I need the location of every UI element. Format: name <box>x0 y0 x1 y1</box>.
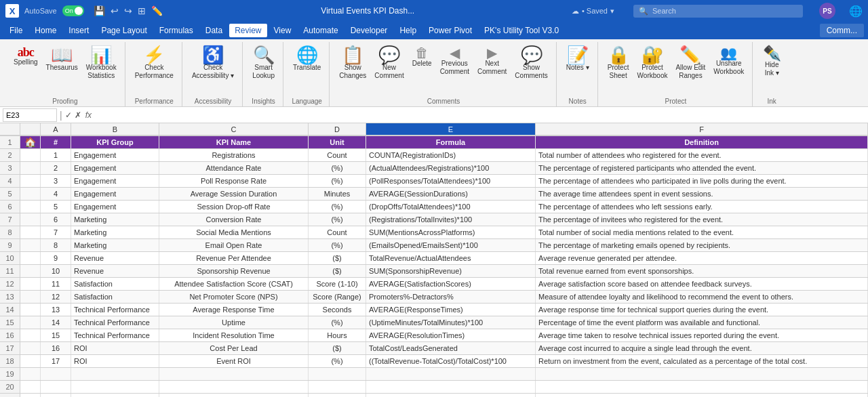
cell-15-F[interactable]: Percentage of time the event platform wa… <box>536 316 868 329</box>
cell-19-C[interactable] <box>159 394 309 397</box>
cell-1-A[interactable]: # <box>41 136 71 148</box>
check-accessibility-button[interactable]: ♿ CheckAccessibility ▾ <box>189 45 237 81</box>
cell-9-B[interactable]: Marketing <box>71 239 159 251</box>
cell-18-B[interactable]: ROI <box>71 355 159 367</box>
cell-3-B[interactable]: Engagement <box>71 162 159 174</box>
thesaurus-button[interactable]: 📖 Thesaurus <box>43 45 81 73</box>
cell-20-B[interactable] <box>71 381 159 393</box>
cell-5-C[interactable]: Average Session Duration <box>159 188 309 200</box>
cell-6-icon[interactable] <box>20 201 41 213</box>
cell-3-E[interactable]: (ActualAttendees/Registrations)*100 <box>366 162 536 174</box>
cell-18-E[interactable]: ((TotalRevenue-TotalCost)/TotalCost)*100 <box>366 355 536 367</box>
cell-2-C[interactable]: Registrations <box>159 149 309 161</box>
cell-14-F[interactable]: Average response time for technical supp… <box>536 304 868 316</box>
check-performance-button[interactable]: ⚡ CheckPerformance <box>132 45 176 81</box>
saved-dropdown-icon[interactable]: ▾ <box>610 7 614 16</box>
cell-6-D[interactable]: (%) <box>309 201 366 213</box>
comment-button[interactable]: Comm... <box>820 24 864 37</box>
cell-10-F[interactable]: Average revenue generated per attendee. <box>536 252 868 264</box>
cell-9-C[interactable]: Email Open Rate <box>159 239 309 251</box>
cell-19-D[interactable] <box>309 394 366 397</box>
protect-workbook-button[interactable]: 🔐 ProtectWorkbook <box>635 45 671 81</box>
cell-19-E[interactable] <box>366 394 536 397</box>
menu-power-pivot[interactable]: Power Pivot <box>423 24 477 37</box>
cell-9-icon[interactable] <box>20 239 41 251</box>
cell-20-icon[interactable] <box>20 381 41 393</box>
menu-formulas[interactable]: Formulas <box>154 24 199 37</box>
cell-6-B[interactable]: Engagement <box>71 201 159 213</box>
previous-comment-button[interactable]: ◀ PreviousComment <box>437 45 472 77</box>
cell-8-C[interactable]: Social Media Mentions <box>159 226 309 238</box>
cell-4-C[interactable]: Poll Response Rate <box>159 175 309 187</box>
cell-9-A[interactable]: 8 <box>41 239 71 251</box>
cell-10-B[interactable]: Revenue <box>71 252 159 264</box>
cell-3-icon[interactable] <box>20 162 41 174</box>
cell-19-A[interactable] <box>41 394 71 397</box>
cell-11-A[interactable]: 10 <box>41 265 71 277</box>
cell-3-D[interactable]: (%) <box>309 162 366 174</box>
cell-2-F[interactable]: Total number of attendees who registered… <box>536 149 868 161</box>
cell-1-F[interactable]: Definition <box>536 136 868 148</box>
save-icon[interactable]: 💾 <box>92 4 106 18</box>
cell-1-B[interactable]: KPI Group <box>71 136 159 148</box>
menu-view[interactable]: View <box>269 24 297 37</box>
cell-18-D[interactable]: (%) <box>309 355 366 367</box>
cell-19-F[interactable] <box>536 394 868 397</box>
undo-icon[interactable]: ↩ <box>109 4 120 18</box>
cell-13-E[interactable]: Promoters%-Detractors% <box>366 291 536 303</box>
formula-cross-icon[interactable]: ✗ <box>75 110 81 120</box>
cell-20-C[interactable] <box>159 381 309 393</box>
delete-comment-button[interactable]: 🗑 Delete <box>410 45 435 69</box>
cell-2-D[interactable]: Count <box>309 149 366 161</box>
cell-20-D[interactable] <box>309 381 366 393</box>
menu-developer[interactable]: Developer <box>345 24 393 37</box>
smart-lookup-button[interactable]: 🔍 SmartLookup <box>250 45 277 81</box>
cell-14-E[interactable]: AVERAGE(ResponseTimes) <box>366 304 536 316</box>
unshare-workbook-button[interactable]: 👥 UnshareWorkbook <box>711 45 747 77</box>
redo-icon[interactable]: ↪ <box>123 4 134 18</box>
cell-9-F[interactable]: The percentage of marketing emails opene… <box>536 239 868 251</box>
cell-16-D[interactable]: Hours <box>309 329 366 341</box>
cell-8-A[interactable]: 7 <box>41 226 71 238</box>
cell-17-icon[interactable] <box>20 342 41 354</box>
cell-11-B[interactable]: Revenue <box>71 265 159 277</box>
cell-18-F[interactable]: Return on investment from the event, cal… <box>536 355 868 367</box>
cell-13-B[interactable]: Satisfaction <box>71 291 159 303</box>
cell-13-C[interactable]: Net Promoter Score (NPS) <box>159 291 309 303</box>
cell-16-A[interactable]: 15 <box>41 329 71 341</box>
cell-19-A[interactable] <box>41 368 71 380</box>
cell-1-C[interactable]: KPI Name <box>159 136 309 148</box>
cell-15-D[interactable]: (%) <box>309 316 366 329</box>
cell-19-B[interactable] <box>71 394 159 397</box>
notes-button[interactable]: 📝 Notes ▾ <box>564 45 592 73</box>
cell-12-D[interactable]: Score (1-10) <box>309 278 366 290</box>
cell-6-C[interactable]: Session Drop-off Rate <box>159 201 309 213</box>
cell-10-E[interactable]: TotalRevenue/ActualAttendees <box>366 252 536 264</box>
cell-19-B[interactable] <box>71 368 159 380</box>
cell-7-F[interactable]: The percentage of invitees who registere… <box>536 213 868 226</box>
search-input[interactable] <box>652 7 774 15</box>
cell-4-D[interactable]: (%) <box>309 175 366 187</box>
cell-19-icon[interactable] <box>20 368 41 380</box>
menu-home[interactable]: Home <box>29 24 62 37</box>
cell-18-C[interactable]: Event ROI <box>159 355 309 367</box>
cell-12-F[interactable]: Average satisfaction score based on atte… <box>536 278 868 290</box>
cell-14-D[interactable]: Seconds <box>309 304 366 316</box>
show-changes-button[interactable]: 📋 ShowChanges <box>336 45 369 81</box>
cell-5-E[interactable]: AVERAGE(SessionDurations) <box>366 188 536 200</box>
cell-8-D[interactable]: Count <box>309 226 366 238</box>
menu-automate[interactable]: Automate <box>298 24 343 37</box>
cell-11-C[interactable]: Sponsorship Revenue <box>159 265 309 277</box>
cell-17-A[interactable]: 16 <box>41 342 71 354</box>
table-icon[interactable]: ⊞ <box>136 4 147 18</box>
cell-20-F[interactable] <box>536 381 868 393</box>
cell-10-A[interactable]: 9 <box>41 252 71 264</box>
allow-edit-ranges-button[interactable]: ✏️ Allow EditRanges <box>673 45 708 81</box>
cell-2-icon[interactable] <box>20 149 41 161</box>
cell-8-F[interactable]: Total number of social media mentions re… <box>536 226 868 238</box>
cell-13-icon[interactable] <box>20 291 41 303</box>
cell-11-D[interactable]: ($) <box>309 265 366 277</box>
cell-11-F[interactable]: Total revenue earned from event sponsors… <box>536 265 868 277</box>
cell-reference[interactable]: E23 <box>3 108 57 122</box>
cell-15-icon[interactable] <box>20 316 41 329</box>
